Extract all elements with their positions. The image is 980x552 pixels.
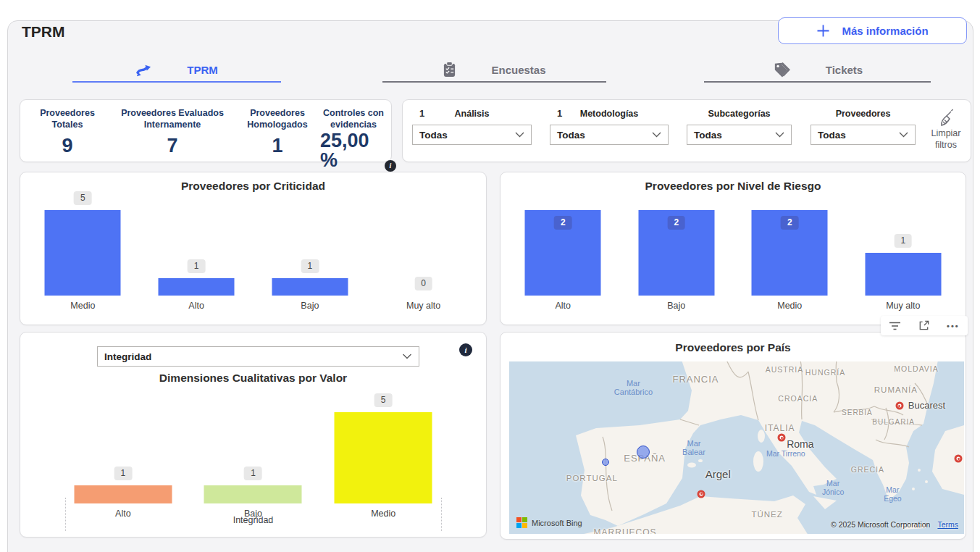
more-info-button[interactable]: Más información — [778, 17, 967, 44]
map-country-label: BULGARIA — [872, 418, 915, 426]
clear-filters-label: filtros — [935, 139, 957, 151]
dashboard-page: TPRM Más información TPRM Encuestas — [0, 0, 980, 552]
map-sea-label: Mar Balear — [682, 439, 705, 456]
bar-stack: 1 — [254, 188, 367, 296]
tab-encuestas[interactable]: Encuestas — [382, 58, 606, 83]
x-axis-title: Integridad — [20, 515, 486, 525]
bar-value-label: 0 — [414, 277, 432, 290]
bar-column: 1Alto — [140, 188, 254, 311]
bar-value-label: 1 — [301, 259, 319, 273]
map-country-label: AUSTRIA — [766, 365, 804, 374]
map-country-label: GRECIA — [851, 465, 884, 474]
microsoft-logo-icon — [516, 517, 527, 528]
copyright-text: © 2025 Microsoft Corporation — [831, 520, 930, 529]
bar-stack: 1 — [188, 390, 319, 503]
map-sea-label: Mar Tirreno — [766, 449, 805, 458]
category-label: Medio — [777, 301, 802, 311]
category-label: Muy alto — [886, 301, 920, 311]
dimension-dropdown[interactable]: Integridad — [97, 346, 419, 367]
bar-stack: 1 — [140, 188, 254, 296]
filter-icon[interactable] — [889, 322, 901, 330]
bar-stack: 2 — [620, 188, 734, 296]
kpi-homologados: Proveedores Homologados 1 — [235, 107, 320, 156]
chart-dimensiones-card: Integridad i Dimensiones Cualitativas po… — [20, 332, 487, 538]
map-canvas[interactable]: Microsoft Bing © 2025 Microsoft Corporat… — [509, 361, 964, 534]
map-country-label: SERBIA — [842, 409, 873, 417]
dropdown-value: Todas — [818, 130, 846, 141]
metodologias-dropdown[interactable]: Todas — [550, 125, 669, 145]
bar-stack: 1 — [847, 188, 960, 296]
bar[interactable] — [204, 485, 302, 503]
info-icon[interactable]: i — [385, 160, 396, 172]
map-country-label: MARRUECOS — [594, 527, 657, 534]
bar[interactable] — [45, 210, 121, 296]
bar-stack: 2 — [733, 188, 847, 296]
subcategorias-dropdown[interactable]: Todas — [687, 125, 792, 145]
bar-value-label: 2 — [781, 216, 799, 230]
bar-stack: 5 — [318, 390, 448, 503]
plot-boundary-guide — [441, 498, 442, 531]
map-country-label: TÚNEZ — [751, 510, 782, 519]
map-city-label: Bucarest — [908, 399, 945, 410]
bar-value-label: 5 — [74, 191, 92, 205]
clear-filters-button[interactable]: Limpiar filtros — [924, 109, 968, 151]
tab-tickets[interactable]: Tickets — [704, 58, 931, 83]
tab-tprm[interactable]: TPRM — [72, 58, 281, 83]
map-city-label: Argel — [705, 467, 731, 480]
bar-value-label: 1 — [188, 259, 206, 273]
bar-column: 1Muy alto — [847, 188, 960, 311]
tab-tickets-label: Tickets — [826, 64, 863, 76]
bar-value-label: 2 — [554, 216, 572, 230]
bar-column: 1Alto — [58, 390, 188, 519]
more-info-label: Más información — [842, 25, 928, 37]
kpi-proveedores-totales: Proveedores Totales 9 — [25, 107, 110, 156]
bar[interactable] — [74, 485, 172, 503]
chevron-down-icon — [402, 354, 412, 359]
bar-column: 1Bajo — [254, 188, 367, 311]
plot-boundary-guide — [65, 498, 66, 531]
filter-subcategorias: Subcategorías Todas — [687, 106, 792, 145]
map-attribution: © 2025 Microsoft CorporationTerms — [831, 520, 958, 529]
chevron-down-icon — [899, 132, 908, 138]
bar-stack: 5 — [26, 188, 140, 296]
bar-stack: 2 — [506, 188, 620, 296]
kpi-card: Proveedores Totales 9 Proveedores Evalua… — [20, 99, 392, 162]
bar-column: 2Bajo — [620, 188, 734, 311]
kpi-label: Controles con evidencias — [320, 107, 387, 131]
chart-nivel-riesgo-card: Proveedores por Nivel de Riesgo 2Alto2Ba… — [500, 172, 966, 325]
info-icon[interactable]: i — [459, 343, 472, 356]
eraser-icon — [937, 109, 955, 127]
bar-column: 5Medio — [318, 390, 448, 519]
focus-mode-icon[interactable] — [918, 319, 930, 332]
dimensiones-plot: 1Alto1Bajo5Medio — [20, 390, 486, 519]
analisis-dropdown[interactable]: Todas — [412, 125, 532, 145]
plus-icon — [816, 24, 830, 38]
bing-logo[interactable]: Microsoft Bing — [516, 517, 582, 528]
map-data-bubble[interactable] — [602, 459, 609, 466]
map-city-dot — [955, 455, 963, 463]
map-city-dot — [895, 402, 903, 410]
visual-hover-toolbar: ••• — [881, 316, 968, 335]
proveedores-dropdown[interactable]: Todas — [811, 125, 916, 145]
kpi-value-text: 25,00 % — [320, 130, 369, 171]
map-city-dot — [698, 490, 705, 498]
bar[interactable] — [865, 253, 941, 296]
flow-icon — [135, 62, 152, 78]
map-sea-label: Mar Cantábrico — [614, 379, 653, 396]
chevron-down-icon — [775, 132, 784, 138]
bar[interactable] — [159, 278, 235, 296]
bar[interactable] — [335, 412, 432, 503]
bar-stack: 1 — [58, 390, 188, 503]
category-label: Alto — [188, 301, 204, 311]
dropdown-value: Todas — [694, 130, 722, 141]
map-data-bubble[interactable] — [637, 446, 650, 459]
dropdown-value: Integridad — [104, 351, 151, 362]
bar[interactable] — [272, 278, 348, 296]
terms-link[interactable]: Terms — [937, 520, 958, 529]
chart-title: Proveedores por País — [501, 341, 966, 354]
more-options-icon[interactable]: ••• — [947, 322, 960, 330]
filter-metodologias: 1 Metodologías Todas — [550, 106, 669, 145]
filter-count: 1 — [557, 108, 562, 119]
map-country-label: MOLDAVIA — [894, 364, 938, 373]
kpi-value: 25,00 %i — [320, 131, 387, 170]
